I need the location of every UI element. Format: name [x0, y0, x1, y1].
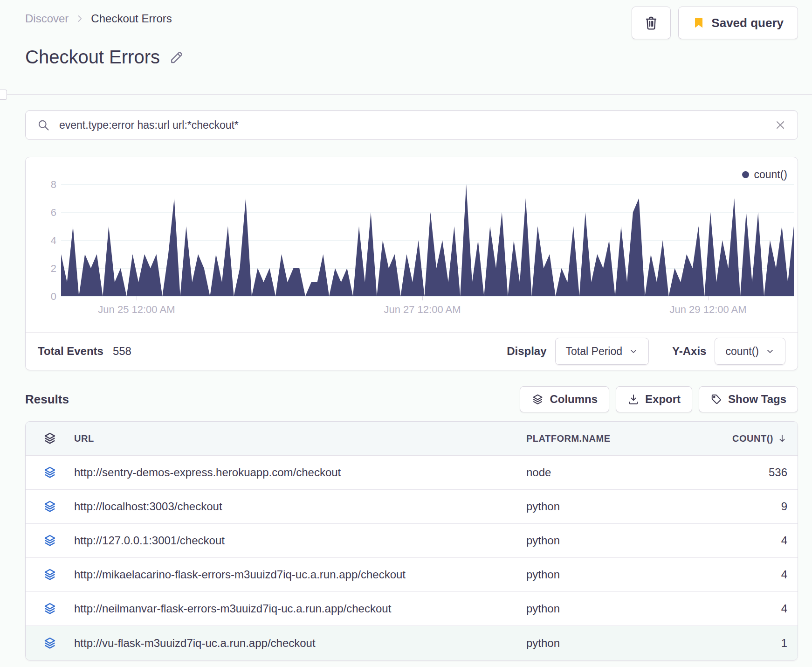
cell-url[interactable]: http://neilmanvar-flask-errors-m3uuizd7i… — [74, 602, 526, 615]
header-divider — [0, 94, 812, 95]
cell-count[interactable]: 1 — [708, 637, 787, 650]
table-header-row: URL PLATFORM.NAME COUNT() — [26, 422, 798, 456]
download-icon — [627, 393, 640, 405]
cell-platform[interactable]: python — [526, 534, 708, 547]
stack-icon — [43, 500, 57, 514]
column-header-url[interactable]: URL — [74, 433, 526, 444]
row-stack-icon-cell — [26, 466, 74, 479]
cell-count[interactable]: 4 — [708, 602, 787, 615]
cell-count[interactable]: 536 — [708, 466, 787, 479]
cell-url[interactable]: http://localhost:3003/checkout — [74, 500, 526, 513]
x-axis-label: Jun 27 12:00 AM — [384, 304, 461, 316]
chart-controls: Display Total Period Y-Axis count() — [507, 338, 785, 365]
table-row[interactable]: http://neilmanvar-flask-errors-m3uuizd7i… — [26, 592, 798, 626]
table-row[interactable]: http://127.0.0.1:3001/checkoutpython4 — [26, 524, 798, 558]
bookmark-icon — [693, 16, 705, 29]
column-header-count[interactable]: COUNT() — [708, 433, 787, 444]
table-row[interactable]: http://localhost:3003/checkoutpython9 — [26, 490, 798, 524]
stack-icon — [43, 568, 57, 582]
chart-x-axis: Jun 25 12:00 AMJun 27 12:00 AMJun 29 12:… — [61, 296, 794, 318]
layers-icon — [531, 393, 544, 406]
yaxis-label: Y-Axis — [672, 345, 706, 358]
cell-url[interactable]: http://127.0.0.1:3001/checkout — [74, 534, 526, 547]
trash-icon — [644, 15, 659, 30]
export-button-label: Export — [645, 393, 681, 406]
total-events: Total Events 558 — [38, 345, 131, 358]
legend-label: count() — [754, 168, 787, 181]
chart-area-series — [61, 184, 794, 296]
chart-plot[interactable] — [61, 184, 794, 296]
total-events-value: 558 — [113, 345, 131, 358]
cell-count[interactable]: 4 — [708, 568, 787, 581]
tag-icon — [710, 393, 723, 405]
title-row: Checkout Errors — [25, 47, 184, 68]
search-input[interactable] — [59, 119, 765, 132]
stack-icon — [43, 636, 57, 650]
cell-url[interactable]: http://sentry-demos-express.herokuapp.co… — [74, 466, 526, 479]
chevron-down-icon — [765, 347, 775, 356]
delete-query-button[interactable] — [632, 7, 671, 39]
cell-url[interactable]: http://mikaelacarino-flask-errors-m3uuiz… — [74, 568, 526, 581]
total-events-label: Total Events — [38, 345, 103, 358]
chart-y-axis: 86420 — [32, 184, 56, 296]
stack-icon — [43, 602, 57, 616]
show-tags-button-label: Show Tags — [728, 393, 786, 406]
clear-search-icon[interactable] — [774, 119, 786, 131]
show-tags-button[interactable]: Show Tags — [699, 386, 798, 412]
breadcrumb-discover-link[interactable]: Discover — [25, 12, 69, 25]
legend-dot — [742, 171, 749, 178]
column-header-count-label: COUNT() — [732, 433, 773, 444]
cell-platform[interactable]: python — [526, 568, 708, 581]
cell-platform[interactable]: node — [526, 466, 708, 479]
chevron-down-icon — [629, 347, 638, 356]
edit-title-icon[interactable] — [169, 50, 184, 65]
row-stack-icon-cell — [26, 500, 74, 514]
table-header-stack — [26, 431, 74, 445]
stack-icon — [43, 431, 57, 445]
cell-count[interactable]: 9 — [708, 500, 787, 513]
table-row[interactable]: http://mikaelacarino-flask-errors-m3uuiz… — [26, 558, 798, 592]
display-value: Total Period — [566, 345, 622, 358]
results-heading: Results — [25, 392, 69, 407]
breadcrumb-current: Checkout Errors — [91, 12, 172, 25]
display-label: Display — [507, 345, 546, 358]
search-bar[interactable] — [25, 110, 798, 140]
results-row: Results Columns Export Show Tags — [25, 386, 798, 412]
results-table: URL PLATFORM.NAME COUNT() http://sentry-… — [25, 421, 798, 660]
sidebar-collapse-handle[interactable] — [0, 90, 7, 100]
breadcrumb: Discover Checkout Errors — [25, 12, 172, 25]
cell-platform[interactable]: python — [526, 637, 708, 650]
yaxis-value: count() — [725, 345, 759, 358]
discover-saved-query-page: Discover Checkout Errors Saved query Che… — [0, 0, 812, 667]
x-axis-label: Jun 29 12:00 AM — [670, 304, 747, 316]
x-axis-label: Jun 25 12:00 AM — [98, 304, 175, 316]
row-stack-icon-cell — [26, 568, 74, 582]
column-header-platform[interactable]: PLATFORM.NAME — [526, 433, 708, 444]
table-row[interactable]: http://vu-flask-m3uuizd7iq-uc.a.run.app/… — [26, 626, 798, 660]
x-axis-tick — [708, 296, 709, 300]
cell-platform[interactable]: python — [526, 500, 708, 513]
display-select[interactable]: Total Period — [555, 338, 649, 365]
stack-icon — [43, 534, 57, 548]
x-axis-tick — [422, 296, 423, 300]
chart-panel: count() 86420 Jun 25 12:00 AMJun 27 12:0… — [25, 157, 798, 370]
stack-icon — [43, 466, 57, 479]
chart-area-svg — [61, 184, 794, 296]
export-button[interactable]: Export — [616, 386, 692, 412]
row-stack-icon-cell — [26, 534, 74, 548]
table-body: http://sentry-demos-express.herokuapp.co… — [26, 456, 798, 660]
x-axis-tick — [137, 296, 137, 300]
cell-url[interactable]: http://vu-flask-m3uuizd7iq-uc.a.run.app/… — [74, 637, 526, 650]
chart-legend[interactable]: count() — [742, 168, 787, 181]
cell-count[interactable]: 4 — [708, 534, 787, 547]
yaxis-select[interactable]: count() — [715, 338, 785, 365]
cell-platform[interactable]: python — [526, 602, 708, 615]
y-axis-label: 6 — [32, 207, 56, 219]
sort-desc-icon — [777, 433, 787, 444]
y-axis-label: 4 — [32, 235, 56, 247]
y-axis-label: 2 — [32, 263, 56, 275]
saved-query-button[interactable]: Saved query — [678, 7, 798, 39]
columns-button-label: Columns — [550, 393, 598, 406]
table-row[interactable]: http://sentry-demos-express.herokuapp.co… — [26, 456, 798, 490]
columns-button[interactable]: Columns — [520, 386, 609, 412]
